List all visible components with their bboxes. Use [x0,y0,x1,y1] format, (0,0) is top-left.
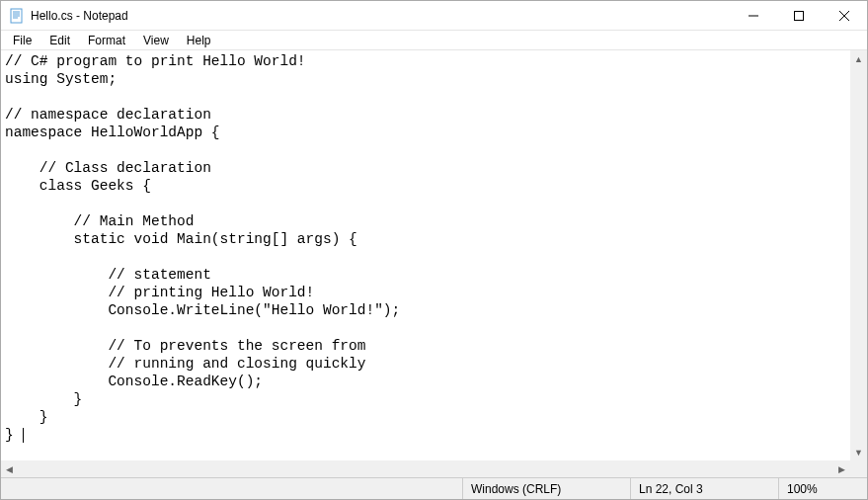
status-zoom: 100% [778,478,867,499]
menubar: File Edit Format View Help [1,31,867,50]
scroll-down-arrow-icon[interactable]: ▼ [850,444,867,460]
titlebar: Hello.cs - Notepad [1,1,867,31]
window-controls [731,1,867,30]
status-cursor-position: Ln 22, Col 3 [630,478,778,499]
editor-area: // C# program to print Hello World! usin… [1,50,867,477]
text-editor[interactable]: // C# program to print Hello World! usin… [1,50,867,460]
scroll-right-arrow-icon[interactable]: ▶ [833,460,850,477]
scroll-left-arrow-icon[interactable]: ◀ [1,460,18,477]
scroll-up-arrow-icon[interactable]: ▲ [850,50,867,67]
horizontal-scroll-row: ◀ ▶ [1,460,867,477]
status-line-ending: Windows (CRLF) [462,478,630,499]
vertical-scrollbar[interactable]: ▲ ▼ [850,50,867,460]
text-caret [23,428,24,443]
horizontal-scrollbar[interactable]: ◀ ▶ [1,460,850,477]
maximize-button[interactable] [776,1,822,30]
editor-content[interactable]: // C# program to print Hello World! usin… [5,53,400,443]
notepad-icon [9,8,25,24]
scroll-corner [850,460,867,477]
minimize-button[interactable] [731,1,776,30]
window-title: Hello.cs - Notepad [31,9,128,23]
status-spacer [1,478,462,499]
close-button[interactable] [822,1,867,30]
menu-help[interactable]: Help [179,33,219,48]
menu-view[interactable]: View [135,33,177,48]
svg-rect-6 [795,11,804,20]
menu-format[interactable]: Format [80,33,133,48]
statusbar: Windows (CRLF) Ln 22, Col 3 100% [1,477,867,499]
menu-edit[interactable]: Edit [41,33,78,48]
menu-file[interactable]: File [5,33,39,48]
